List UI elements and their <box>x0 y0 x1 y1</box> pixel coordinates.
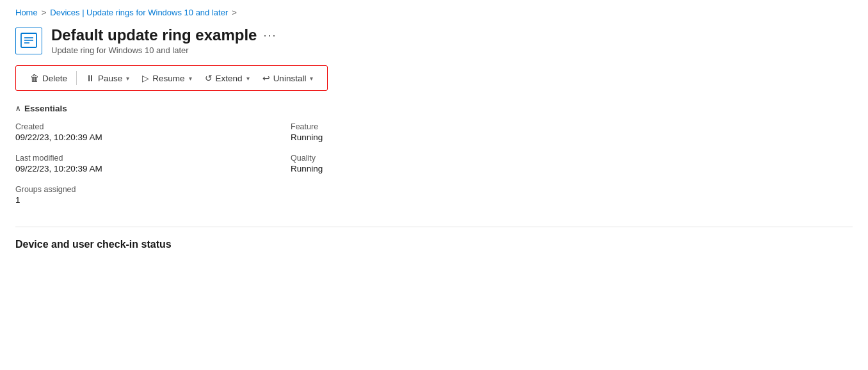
extend-label: Extend <box>216 74 243 83</box>
breadcrumb: Home > Devices | Update rings for Window… <box>15 8 853 17</box>
page-title-row: Default update ring example ··· <box>51 26 277 44</box>
breadcrumb-sep1: > <box>42 8 47 17</box>
feature-item: Feature Running <box>291 122 566 142</box>
uninstall-label: Uninstall <box>273 74 307 83</box>
groups-assigned-label: Groups assigned <box>15 185 291 194</box>
extend-chevron-icon: ▾ <box>246 75 250 82</box>
page-subtitle: Update ring for Windows 10 and later <box>51 45 277 55</box>
quality-label: Quality <box>291 154 566 163</box>
page-icon <box>15 28 42 54</box>
essentials-section: ∧ Essentials Created 09/22/23, 10:20:39 … <box>15 104 853 216</box>
last-modified-item: Last modified 09/22/23, 10:20:39 AM <box>15 154 291 173</box>
toolbar-divider-1 <box>76 71 77 85</box>
essentials-grid: Created 09/22/23, 10:20:39 AM Feature Ru… <box>15 122 566 216</box>
pause-button[interactable]: ⏸ Pause ▾ <box>79 70 136 86</box>
quality-item: Quality Running <box>291 154 566 173</box>
essentials-section-label: Essentials <box>24 104 67 113</box>
delete-icon: 🗑 <box>30 73 39 83</box>
essentials-section-header[interactable]: ∧ Essentials <box>15 104 853 113</box>
feature-label: Feature <box>291 122 566 131</box>
essentials-collapse-icon: ∧ <box>15 104 20 113</box>
toolbar: 🗑 Delete ⏸ Pause ▾ ▷ Resume ▾ ↺ Extend ▾… <box>15 65 328 91</box>
extend-button[interactable]: ↺ Extend ▾ <box>198 70 256 86</box>
created-label: Created <box>15 122 291 131</box>
pause-label: Pause <box>98 74 122 83</box>
resume-button[interactable]: ▷ Resume ▾ <box>136 70 198 86</box>
page-header: Default update ring example ··· Update r… <box>15 26 853 55</box>
resume-icon: ▷ <box>142 73 149 83</box>
feature-value: Running <box>291 133 566 142</box>
breadcrumb-devices[interactable]: Devices | Update rings for Windows 10 an… <box>50 8 228 17</box>
uninstall-button[interactable]: ↩ Uninstall ▾ <box>256 70 320 86</box>
delete-label: Delete <box>42 74 67 83</box>
page-title-text: Default update ring example <box>51 26 257 44</box>
created-item: Created 09/22/23, 10:20:39 AM <box>15 122 291 142</box>
page-title-block: Default update ring example ··· Update r… <box>51 26 277 55</box>
bottom-section-title: Device and user check-in status <box>15 239 853 250</box>
last-modified-label: Last modified <box>15 154 291 163</box>
resume-label: Resume <box>152 74 184 83</box>
section-divider <box>15 227 853 227</box>
breadcrumb-sep2: > <box>232 8 237 17</box>
last-modified-value: 09/22/23, 10:20:39 AM <box>15 164 291 173</box>
pause-icon: ⏸ <box>86 73 95 83</box>
resume-chevron-icon: ▾ <box>189 75 192 82</box>
uninstall-chevron-icon: ▾ <box>310 75 313 82</box>
groups-assigned-value: 1 <box>15 195 291 205</box>
extend-icon: ↺ <box>205 73 213 83</box>
more-options-ellipsis[interactable]: ··· <box>263 29 277 42</box>
delete-button[interactable]: 🗑 Delete <box>24 70 74 86</box>
pause-chevron-icon: ▾ <box>126 75 129 82</box>
uninstall-icon: ↩ <box>262 73 270 83</box>
groups-assigned-item: Groups assigned 1 <box>15 185 291 205</box>
breadcrumb-home[interactable]: Home <box>15 8 38 17</box>
created-value: 09/22/23, 10:20:39 AM <box>15 133 291 142</box>
quality-value: Running <box>291 164 566 173</box>
